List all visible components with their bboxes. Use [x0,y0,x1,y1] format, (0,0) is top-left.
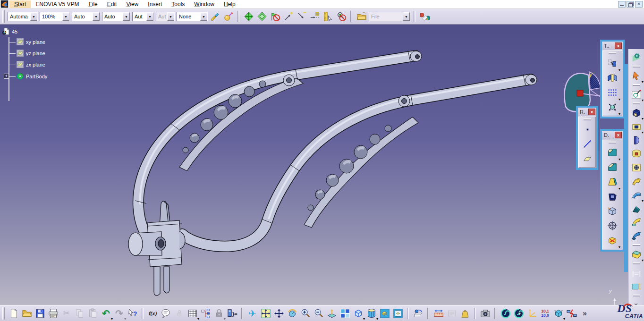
constraints-icon[interactable] [630,266,643,279]
graphic-property-dropdown-3[interactable]: Auto▼ [72,12,100,21]
measure-icon[interactable] [432,307,444,319]
rotate-icon[interactable] [286,307,298,319]
pan-icon[interactable] [273,307,285,319]
swap-visible-space-icon[interactable] [392,307,404,319]
mean-dimensions-icon[interactable]: 10,110,0 [539,307,551,319]
toolbar-drag-handle[interactable] [609,52,616,54]
tree-item-zx-plane[interactable]: zx plane [16,60,45,68]
close-icon[interactable]: x [615,42,622,49]
chevron-down-icon[interactable]: ▼ [200,12,207,21]
graphic-property-dropdown-4[interactable]: Auto▼ [102,12,130,21]
arrow-plus-icon[interactable] [282,11,294,23]
close-icon[interactable]: x [615,132,622,138]
plane-icon[interactable] [580,151,594,166]
menu-enovia-v5-vpm[interactable]: ENOVIA V5 VPM [31,0,84,8]
mirror-icon[interactable] [605,70,619,85]
pocket-icon[interactable] [630,120,643,133]
search-off-icon[interactable] [335,11,347,23]
zoom-in-icon[interactable] [299,307,311,319]
toolbar-drag-handle[interactable] [584,118,591,120]
menu-help[interactable]: Help [219,0,240,8]
restore-button[interactable] [627,1,634,8]
shell-icon[interactable] [605,189,619,203]
turntable-icon[interactable] [412,307,424,319]
equivalent-dims-icon[interactable]: }= [226,307,238,319]
snap-icon[interactable] [309,11,321,23]
power-connections-icon[interactable] [566,307,577,319]
tree-item-xy-plane[interactable]: xy plane [16,38,45,46]
line-icon[interactable] [580,136,594,151]
chamfer-box-icon[interactable] [630,248,643,261]
open-folder-icon[interactable] [21,307,33,319]
thickness-icon[interactable] [605,203,619,218]
print-icon[interactable] [47,307,59,319]
toolbar-drag-handle[interactable] [633,244,640,246]
sketcher-icon[interactable] [630,88,643,101]
menu-view[interactable]: View [121,0,143,8]
new-document-icon[interactable] [8,307,19,319]
fillet-icon[interactable] [605,145,619,160]
chamfer-icon[interactable] [605,160,619,174]
close-button[interactable]: × [635,1,643,8]
toolbar-drag-handle[interactable] [2,307,5,320]
fit-all-in-icon[interactable] [260,307,271,319]
formula-icon[interactable]: f(x) [147,307,159,319]
stiffener-icon[interactable] [630,202,643,215]
thread-icon[interactable] [605,218,619,233]
whats-this-icon[interactable]: ? [127,307,138,319]
hide-show-icon[interactable] [379,307,390,319]
knowledge-hand-icon[interactable] [513,307,525,319]
shaft-icon[interactable] [630,134,643,146]
paint-properties-icon[interactable] [209,11,221,23]
hole-icon[interactable] [630,161,643,174]
axis-system-icon[interactable] [526,307,538,319]
toolbar-drag-handle[interactable] [633,295,640,296]
rib-icon[interactable] [630,175,643,187]
toolbar-drag-handle[interactable] [609,142,616,144]
minimize-button[interactable] [618,1,626,8]
pattern-icon[interactable] [605,85,619,100]
save-icon[interactable] [34,307,46,319]
capture-icon[interactable] [479,307,491,319]
remove-face-icon[interactable] [605,233,619,247]
toolbar-drag-handle[interactable] [633,102,640,104]
removed-loft-icon[interactable] [630,229,643,242]
graphic-property-dropdown-5[interactable]: Aut▼ [132,12,154,21]
tree-item-partbody[interactable]: PartBody [16,72,47,80]
more-chevron-icon[interactable]: » [579,307,591,319]
3d-viewport[interactable]: 45 xy planeyz planezx planePartBody+ y y… [0,25,644,305]
draft-icon[interactable] [605,174,619,189]
knowledge-inspector-icon[interactable] [500,307,511,319]
toolbar-drag-handle[interactable] [633,66,640,68]
menu-tools[interactable]: Tools [167,0,189,8]
design-table-icon[interactable] [186,307,198,319]
mass-icon[interactable] [459,307,471,319]
tree-item-yz-plane[interactable]: yz plane [16,49,45,57]
menu-window[interactable]: Window [189,0,219,8]
open-catalog-icon[interactable] [356,11,367,23]
pad-icon[interactable] [630,106,643,119]
graphic-property-dropdown-7[interactable]: None▼ [177,12,208,21]
menu-insert[interactable]: Insert [143,0,167,8]
multi-view-icon[interactable] [339,307,351,319]
menu-start[interactable]: Start [9,0,31,8]
toolbar-drag-handle[interactable] [633,84,640,86]
tree-root[interactable]: 45 [2,27,17,35]
wand-icon[interactable] [222,11,234,23]
3d-model[interactable] [0,25,644,305]
transfer-icon[interactable] [419,11,431,23]
graphic-property-dropdown-1[interactable]: Automa▼ [8,12,38,21]
no-show-icon[interactable] [269,11,281,23]
menu-edit[interactable]: Edit [102,0,122,8]
exchange-box-icon[interactable] [552,307,564,319]
select-icon[interactable] [630,69,643,82]
chevron-down-icon[interactable]: ▼ [146,12,153,21]
close-icon[interactable]: x [588,109,595,115]
toolbar-drag-handle[interactable] [2,10,5,23]
expander-icon[interactable]: + [4,74,9,79]
menu-file[interactable]: File [84,0,102,8]
normal-view-icon[interactable] [326,307,338,319]
chevron-down-icon[interactable]: ▼ [62,12,69,21]
chevron-down-icon[interactable]: ▼ [93,12,100,21]
iso-view-icon[interactable] [352,307,364,319]
